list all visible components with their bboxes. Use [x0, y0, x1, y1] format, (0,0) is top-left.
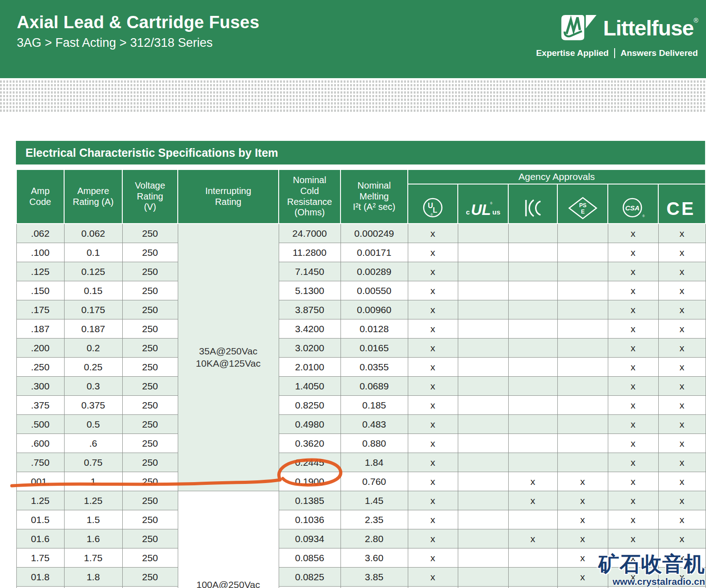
- kc-approval-cell: x: [508, 472, 557, 491]
- cold-resistance-cell: 3.4200: [279, 319, 340, 339]
- cul-us-approval-cell: [458, 300, 508, 319]
- ampere-rating-cell: 0.2: [64, 339, 122, 358]
- spec-table-body: .0620.06225035A@250Vac10KA@125Vac24.7000…: [16, 224, 706, 588]
- cold-resistance-cell: 1.4050: [279, 377, 340, 396]
- svg-text:CSA: CSA: [625, 204, 640, 212]
- cul-us-approval-cell: [458, 319, 508, 339]
- amp-code-cell: .175: [16, 300, 64, 319]
- melting-i2t-cell: 0.000249: [340, 224, 408, 243]
- table-row: .1870.1872503.42000.0128xxx: [16, 319, 706, 339]
- col-header-voltage-rating: Voltage Rating (V): [122, 169, 178, 224]
- ul-icon: U L ®: [408, 184, 458, 224]
- cul-us-approval-cell: [458, 243, 508, 262]
- breadcrumb: 3AG > Fast Acting > 312/318 Series: [17, 36, 260, 50]
- ce-approval-cell: x: [658, 453, 706, 472]
- melting-i2t-cell: 3.60: [340, 548, 408, 568]
- ce-approval-cell: x: [658, 568, 706, 587]
- cul-us-approval-cell: [458, 377, 508, 396]
- voltage-rating-cell: 250: [122, 262, 178, 281]
- kc-approval-cell: [508, 262, 557, 281]
- halftone-dot-band: [0, 80, 706, 113]
- cold-resistance-cell: 11.2800: [279, 243, 340, 262]
- ampere-rating-cell: 0.175: [64, 300, 122, 319]
- ampere-rating-cell: .6: [64, 434, 122, 453]
- cold-resistance-cell: 0.0934: [279, 529, 340, 548]
- cul-us-approval-cell: [458, 339, 508, 358]
- page-title: Axial Lead & Cartridge Fuses: [17, 13, 260, 32]
- table-row: 01.81.82500.08253.85xxxx: [16, 568, 706, 587]
- cold-resistance-cell: 7.1450: [279, 262, 340, 281]
- agency-approvals-header: Agency Approvals: [408, 169, 706, 184]
- interrupting-rating-cell: 35A@250Vac10KA@125Vac: [178, 224, 279, 491]
- voltage-rating-cell: 250: [122, 300, 178, 319]
- ampere-rating-cell: 1.5: [64, 510, 122, 529]
- amp-code-cell: .125: [16, 262, 64, 281]
- voltage-rating-cell: 250: [122, 491, 178, 510]
- col-header-amp-code: Amp Code: [16, 169, 64, 224]
- amp-code-cell: .300: [16, 377, 64, 396]
- cul-us-approval-cell: [458, 510, 508, 529]
- melting-i2t-cell: 0.0165: [340, 339, 408, 358]
- ampere-rating-cell: 0.3: [64, 377, 122, 396]
- table-row: .7500.752500.24451.84xxx: [16, 453, 706, 472]
- kc-approval-cell: [508, 224, 557, 243]
- ce-approval-cell: x: [658, 358, 706, 377]
- pse-approval-cell: [557, 453, 608, 472]
- table-row: 1.251.25250100A@250Vac10KA@125Vac0.13851…: [16, 491, 706, 510]
- pse-approval-cell: [557, 300, 608, 319]
- col-header-interrupting-rating: Interrupting Rating: [178, 169, 279, 224]
- ampere-rating-cell: 0.25: [64, 358, 122, 377]
- ce-approval-cell: x: [658, 319, 706, 339]
- csa-approval-cell: x: [608, 396, 658, 415]
- cul-us-icon: c UL ® us: [458, 184, 508, 224]
- tagline-divider: [614, 48, 615, 58]
- ul-approval-cell: x: [408, 472, 458, 491]
- cul-us-approval-cell: [458, 529, 508, 548]
- pse-approval-cell: [557, 243, 608, 262]
- cold-resistance-cell: 0.0825: [279, 568, 340, 587]
- pse-approval-cell: x: [557, 529, 608, 548]
- table-row: .2500.252502.01000.0355xxx: [16, 358, 706, 377]
- pse-approval-cell: [557, 339, 608, 358]
- ul-approval-cell: x: [408, 224, 458, 243]
- cold-resistance-cell: 0.4980: [279, 415, 340, 434]
- cul-us-approval-cell: [458, 262, 508, 281]
- csa-approval-cell: x: [608, 415, 658, 434]
- svg-text:L: L: [433, 206, 437, 214]
- col-header-melting-i2t: Nominal Melting I²t (A² sec): [340, 169, 408, 224]
- pse-approval-cell: [557, 377, 608, 396]
- melting-i2t-cell: 0.0689: [340, 377, 408, 396]
- ul-approval-cell: x: [408, 510, 458, 529]
- pse-approval-cell: [557, 434, 608, 453]
- kc-approval-cell: x: [508, 491, 557, 510]
- voltage-rating-cell: 250: [122, 224, 178, 243]
- csa-approval-cell: x: [608, 319, 658, 339]
- kc-approval-cell: [508, 339, 557, 358]
- svg-text:PS: PS: [579, 202, 586, 209]
- cul-us-approval-cell: [458, 491, 508, 510]
- voltage-rating-cell: 250: [122, 415, 178, 434]
- cul-us-approval-cell: [458, 453, 508, 472]
- kc-approval-cell: [508, 281, 557, 300]
- ce-approval-cell: x: [658, 281, 706, 300]
- voltage-rating-cell: 250: [122, 377, 178, 396]
- pse-approval-cell: x: [557, 491, 608, 510]
- amp-code-cell: .500: [16, 415, 64, 434]
- ce-approval-cell: x: [658, 472, 706, 491]
- ce-approval-cell: x: [658, 339, 706, 358]
- ul-approval-cell: x: [408, 491, 458, 510]
- cul-us-approval-cell: [458, 396, 508, 415]
- interrupting-rating-cell: 100A@250Vac10KA@125Vac: [178, 491, 279, 588]
- ce-approval-cell: x: [658, 434, 706, 453]
- col-header-cold-resistance: Nominal Cold Resistance (Ohms): [279, 169, 340, 224]
- spec-table: Amp Code Ampere Rating (A) Voltage Ratin…: [16, 169, 706, 588]
- melting-i2t-cell: 0.760: [340, 472, 408, 491]
- page-header: Axial Lead & Cartridge Fuses 3AG > Fast …: [0, 0, 706, 78]
- cold-resistance-cell: 3.8750: [279, 300, 340, 319]
- amp-code-cell: .062: [16, 224, 64, 243]
- ampere-rating-cell: 1.6: [64, 529, 122, 548]
- svg-text:E: E: [581, 209, 584, 215]
- csa-approval-cell: x: [608, 377, 658, 396]
- kc-approval-cell: [508, 548, 557, 568]
- csa-approval-cell: x: [608, 243, 658, 262]
